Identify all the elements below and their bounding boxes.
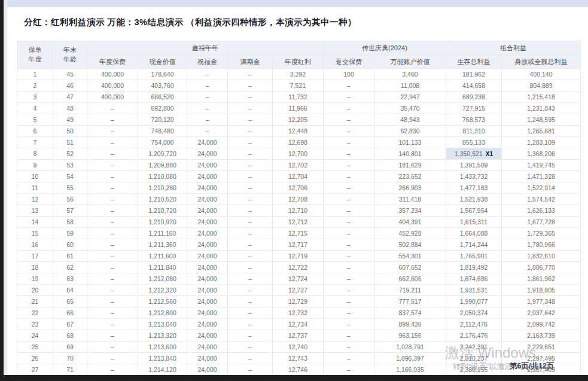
cell-single-premium: – bbox=[324, 353, 374, 364]
cell-policy-year: 7 bbox=[17, 137, 53, 148]
cell-universal-account-value: 22,947 bbox=[374, 92, 446, 103]
cell-age: 48 bbox=[53, 103, 87, 114]
cell-total-living-benefit: 1,567,954 bbox=[446, 205, 502, 217]
cell-annual-dividend: 12,746 bbox=[273, 364, 324, 376]
table-row: 1054–1,210,08024,000–12,704–223,6521,433… bbox=[17, 171, 581, 182]
cell-age: 64 bbox=[53, 285, 87, 296]
cell-maturity-benefit: – bbox=[228, 194, 273, 205]
cell-policy-year: 6 bbox=[17, 126, 53, 137]
cell-total-living-benefit: 2,380,155 bbox=[446, 364, 502, 376]
cell-blessing-benefit: 24,000 bbox=[187, 296, 228, 307]
cell-annual-dividend: 12,715 bbox=[273, 228, 324, 239]
cell-total-death-benefit: 1,729,365 bbox=[502, 228, 581, 239]
cell-age: 46 bbox=[53, 80, 87, 92]
cell-age: 55 bbox=[53, 182, 87, 194]
cell-total-death-benefit: 2,229,651 bbox=[502, 342, 581, 353]
cell-policy-year: 26 bbox=[17, 353, 53, 364]
cell-policy-year: 1 bbox=[17, 69, 53, 80]
cell-universal-account-value: 357,234 bbox=[374, 205, 446, 217]
cell-annual-dividend: 12,702 bbox=[273, 160, 324, 171]
cell-maturity-benefit: – bbox=[228, 148, 273, 160]
cell-maturity-benefit: – bbox=[228, 92, 273, 103]
cell-total-death-benefit: 2,163,739 bbox=[502, 330, 581, 342]
cell-total-death-benefit: 400,140 bbox=[502, 69, 581, 80]
cell-blessing-benefit: 24,000 bbox=[187, 307, 228, 319]
cell-single-premium: – bbox=[324, 137, 374, 148]
cell-age: 52 bbox=[53, 148, 87, 160]
cell-age: 68 bbox=[53, 330, 87, 342]
cell-maturity-benefit: – bbox=[228, 307, 273, 319]
cell-total-death-benefit: 1,806,770 bbox=[502, 262, 581, 273]
cell-cash-value: 1,211,840 bbox=[138, 262, 187, 273]
cell-single-premium: – bbox=[324, 296, 374, 307]
cell-total-living-benefit: 1,931,531 bbox=[446, 285, 502, 296]
cell-maturity-benefit: – bbox=[228, 228, 273, 239]
cell-single-premium: – bbox=[324, 80, 374, 92]
cell-blessing-benefit: 24,000 bbox=[187, 330, 228, 342]
cell-blessing-benefit: – bbox=[187, 69, 228, 80]
cell-annual-dividend: 11,966 bbox=[273, 103, 324, 114]
cell-policy-year: 18 bbox=[17, 262, 53, 273]
table-row: 2165–1,212,56024,000–12,729–777,5171,990… bbox=[17, 296, 581, 307]
table-row: 2468–1,213,32024,000–12,737–963,1562,176… bbox=[17, 330, 581, 342]
cell-universal-account-value: 140,801 bbox=[374, 148, 446, 160]
cell-annual-premium: – bbox=[87, 228, 138, 239]
cell-annual-premium: – bbox=[87, 353, 138, 364]
cell-universal-account-value: 1,028,791 bbox=[374, 342, 446, 353]
cell-total-death-benefit: 1,265,681 bbox=[502, 126, 581, 137]
cell-cash-value: 754,000 bbox=[138, 137, 187, 148]
table-row: 2266–1,212,80024,000–12,732–837,5742,050… bbox=[17, 307, 581, 319]
cell-single-premium: – bbox=[324, 342, 374, 353]
cell-total-living-benefit: 181,962 bbox=[446, 69, 502, 80]
cell-annual-dividend: 12,704 bbox=[273, 171, 324, 182]
cell-annual-premium: – bbox=[87, 137, 138, 148]
cell-single-premium: – bbox=[324, 217, 374, 228]
taskbar-edge bbox=[0, 375, 588, 381]
cell-annual-dividend: 12,205 bbox=[273, 114, 324, 126]
column-group-header: 组合利益 bbox=[446, 41, 581, 55]
cell-maturity-benefit: – bbox=[228, 182, 273, 194]
cell-policy-year: 8 bbox=[17, 148, 53, 160]
cell-cash-value: 403,760 bbox=[138, 80, 187, 92]
table-row: 1155–1,210,28024,000–12,706–266,9031,477… bbox=[17, 182, 581, 194]
column-header-maturity-benefit: 满期金 bbox=[228, 55, 273, 69]
cell-cash-value: 1,212,320 bbox=[138, 285, 187, 296]
cell-single-premium: – bbox=[324, 194, 374, 205]
cell-cash-value: 1,212,560 bbox=[138, 296, 187, 307]
cell-annual-dividend: 12,706 bbox=[273, 182, 324, 194]
cell-annual-premium: – bbox=[87, 262, 138, 273]
cell-single-premium: – bbox=[324, 330, 374, 342]
cell-blessing-benefit: 24,000 bbox=[187, 228, 228, 239]
cell-annual-dividend: 7,521 bbox=[273, 80, 324, 92]
cell-single-premium: – bbox=[324, 126, 374, 137]
cell-total-death-benefit: 1,215,418 bbox=[502, 92, 581, 103]
benefit-illustration-table: 保单 年度年末 年龄鑫禧年年传世庆典(2024)组合利益年度保费现金价值祝福金满… bbox=[17, 41, 581, 376]
table-row: 2670–1,213,84024,000–12,743–1,096,3972,3… bbox=[17, 353, 581, 364]
cell-single-premium: 100 bbox=[324, 69, 374, 80]
column-group-header: 传世庆典(2024) bbox=[324, 41, 446, 55]
cell-single-premium: – bbox=[324, 251, 374, 262]
column-header-total-living-benefit: 生存总利益 bbox=[446, 55, 502, 69]
cell-single-premium: – bbox=[324, 205, 374, 217]
cell-annual-premium: 400,000 bbox=[87, 69, 138, 80]
cell-annual-dividend: 12,729 bbox=[273, 296, 324, 307]
cell-total-death-benefit: 2,099,742 bbox=[502, 319, 581, 330]
cell-cash-value: 1,210,520 bbox=[138, 194, 187, 205]
table-row: 1458–1,210,92024,000–12,712–404,3911,615… bbox=[17, 217, 581, 228]
cell-universal-account-value: 452,928 bbox=[374, 228, 446, 239]
column-header-policy-year: 保单 年度 bbox=[17, 41, 53, 69]
cell-total-death-benefit: 2,037,642 bbox=[502, 307, 581, 319]
cell-policy-year: 15 bbox=[17, 228, 53, 239]
cell-maturity-benefit: – bbox=[228, 330, 273, 342]
cell-total-living-benefit: 2,176,476 bbox=[446, 330, 502, 342]
cell-annual-premium: – bbox=[87, 171, 138, 182]
table-body: 145400,000178,640––3,3921003,460181,9624… bbox=[17, 69, 581, 376]
cell-annual-dividend: 12,700 bbox=[273, 148, 324, 160]
table-row: 1761–1,211,60024,000–12,719–554,3011,765… bbox=[17, 251, 581, 262]
cell-annual-premium: – bbox=[87, 296, 138, 307]
cell-universal-account-value: 607,652 bbox=[374, 262, 446, 273]
cell-total-living-benefit: 727,915 bbox=[446, 103, 502, 114]
cell-total-death-benefit: 1,832,610 bbox=[502, 251, 581, 262]
cell-cash-value: 1,214,120 bbox=[138, 364, 187, 376]
cell-cash-value: 1,211,160 bbox=[138, 228, 187, 239]
